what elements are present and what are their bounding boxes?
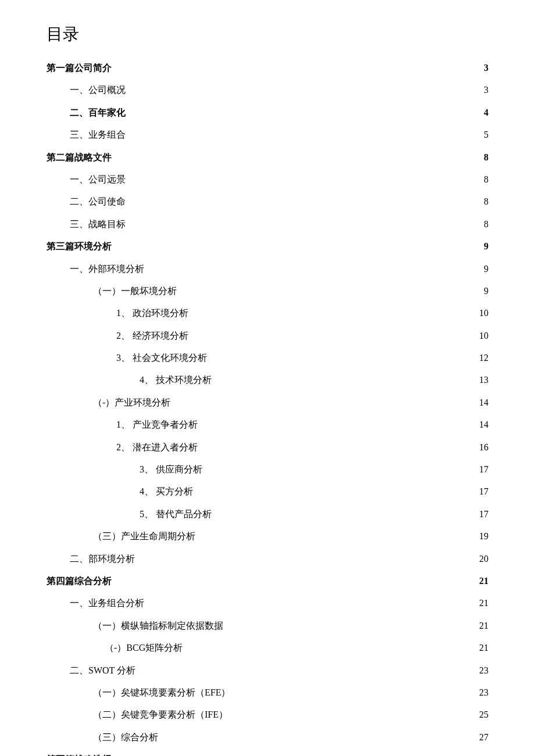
- toc-label: 二、公司使命: [47, 191, 126, 213]
- toc-row: 一、外部环境分析9: [47, 258, 488, 280]
- toc-container: 第一篇公司简介3一、公司概况3二、百年家化4三、业务组合5第二篇战略文件8一、公…: [47, 57, 488, 756]
- toc-row: 第二篇战略文件8: [47, 146, 488, 169]
- toc-row: （一）矣键坏境要素分析（EFE）23: [47, 682, 488, 704]
- toc-label: 第四篇综合分析: [47, 570, 112, 592]
- toc-row: 二、百年家化4: [47, 102, 488, 124]
- toc-page: 8: [479, 191, 488, 213]
- toc-page: 9: [479, 258, 488, 280]
- toc-row: 4、 买方分析17: [47, 481, 488, 503]
- toc-label: 1、 产业竞争者分析: [47, 414, 198, 436]
- toc-label: （一）矣键坏境要素分析（EFE）: [47, 682, 230, 704]
- toc-page: 16: [475, 436, 488, 458]
- toc-row: 第三篇环境分析9: [47, 235, 488, 257]
- toc-page: 8: [479, 213, 488, 235]
- toc-label: 二、SWOT 分析: [47, 660, 135, 682]
- toc-row: （一）一般坏境分析9: [47, 280, 488, 302]
- toc-label: 第三篇环境分析: [47, 235, 112, 257]
- toc-label: 一、公司远景: [47, 169, 126, 191]
- toc-row: （-）BCG矩阵分析21: [47, 637, 488, 659]
- toc-label: （二）矣键竞争要素分析（IFE）: [47, 704, 228, 726]
- toc-row: 2、 经济环境分析10: [47, 325, 488, 347]
- toc-page: 30: [475, 748, 488, 756]
- toc-label: （-）BCG矩阵分析: [47, 637, 183, 659]
- toc-page: 20: [475, 548, 488, 570]
- toc-label: 4、 技术环境分析: [47, 369, 212, 391]
- toc-row: 3、 供应商分析17: [47, 458, 488, 481]
- toc-page: 10: [475, 302, 488, 324]
- toc-row: 一、公司远景8: [47, 169, 488, 191]
- toc-page: 21: [475, 615, 488, 637]
- toc-page: 17: [475, 503, 488, 525]
- toc-page: 27: [475, 726, 488, 748]
- toc-page: 12: [475, 347, 488, 369]
- toc-row: 第四篇综合分析21: [47, 570, 488, 592]
- toc-row: 二、SWOT 分析23: [47, 660, 488, 682]
- toc-row: （-）产业环境分析14: [47, 392, 488, 414]
- toc-label: 一、外部环境分析: [47, 258, 144, 280]
- toc-label: （一）一般坏境分析: [47, 280, 177, 302]
- toc-label: 三、业务组合: [47, 124, 126, 146]
- toc-row: 三、业务组合5: [47, 124, 488, 146]
- toc-label: 第二篇战略文件: [47, 146, 112, 169]
- toc-page: 23: [475, 660, 488, 682]
- toc-row: 1、 产业竞争者分析14: [47, 414, 488, 436]
- toc-page: 3: [479, 57, 488, 79]
- toc-label: 二、部环境分析: [47, 548, 135, 570]
- toc-label: 3、 供应商分析: [47, 458, 202, 481]
- toc-label: 一、业务组合分析: [47, 592, 144, 614]
- toc-label: 二、百年家化: [47, 102, 126, 124]
- toc-page: 17: [475, 481, 488, 503]
- toc-label: 3、 社会文化环境分析: [47, 347, 207, 369]
- toc-page: 9: [479, 280, 488, 302]
- toc-page: 21: [475, 570, 488, 592]
- toc-row: 二、公司使命8: [47, 191, 488, 213]
- toc-page: 3: [479, 79, 488, 101]
- toc-row: 2、 潜在进入者分析16: [47, 436, 488, 458]
- toc-page: 8: [479, 146, 488, 169]
- toc-label: 三、战略目标: [47, 213, 126, 235]
- toc-label: 第五篇战略选择: [47, 748, 112, 756]
- toc-row: 5、 替代产品分析17: [47, 503, 488, 525]
- toc-row: 4、 技术环境分析13: [47, 369, 488, 391]
- toc-label: 2、 经济环境分析: [47, 325, 188, 347]
- toc-page: 13: [475, 369, 488, 391]
- toc-row: （三）产业生命周期分析19: [47, 525, 488, 547]
- toc-page: 19: [475, 525, 488, 547]
- toc-page: 9: [479, 235, 488, 257]
- toc-page: 25: [475, 704, 488, 726]
- toc-label: 一、公司概况: [47, 79, 126, 101]
- toc-page: 21: [475, 637, 488, 659]
- toc-row: 第五篇战略选择30: [47, 748, 488, 756]
- toc-row: （二）矣键竞争要素分析（IFE）25: [47, 704, 488, 726]
- toc-title: 目录: [47, 23, 488, 45]
- toc-label: （-）产业环境分析: [47, 392, 170, 414]
- toc-label: （三）产业生命周期分析: [47, 525, 195, 547]
- toc-row: 二、部环境分析20: [47, 548, 488, 570]
- toc-label: 第一篇公司简介: [47, 57, 112, 79]
- toc-label: 1、 政治环境分析: [47, 302, 188, 324]
- toc-page: 8: [479, 169, 488, 191]
- toc-page: 21: [475, 592, 488, 614]
- toc-page: 23: [475, 682, 488, 704]
- toc-page: 10: [475, 325, 488, 347]
- toc-label: 2、 潜在进入者分析: [47, 436, 198, 458]
- toc-label: （三）综合分析: [47, 726, 158, 748]
- toc-row: 一、业务组合分析21: [47, 592, 488, 614]
- toc-row: 1、 政治环境分析10: [47, 302, 488, 324]
- toc-row: 3、 社会文化环境分析12: [47, 347, 488, 369]
- toc-page: 4: [479, 102, 488, 124]
- toc-page: 14: [475, 392, 488, 414]
- toc-page: 17: [475, 458, 488, 481]
- toc-page: 5: [479, 124, 488, 146]
- toc-label: 5、 替代产品分析: [47, 503, 212, 525]
- toc-row: 第一篇公司简介3: [47, 57, 488, 79]
- toc-page: 14: [475, 414, 488, 436]
- toc-row: 三、战略目标8: [47, 213, 488, 235]
- toc-row: （三）综合分析27: [47, 726, 488, 748]
- toc-row: （一）横纵轴指标制定依据数据21: [47, 615, 488, 637]
- toc-label: 4、 买方分析: [47, 481, 193, 503]
- toc-row: 一、公司概况3: [47, 79, 488, 101]
- toc-label: （一）横纵轴指标制定依据数据: [47, 615, 223, 637]
